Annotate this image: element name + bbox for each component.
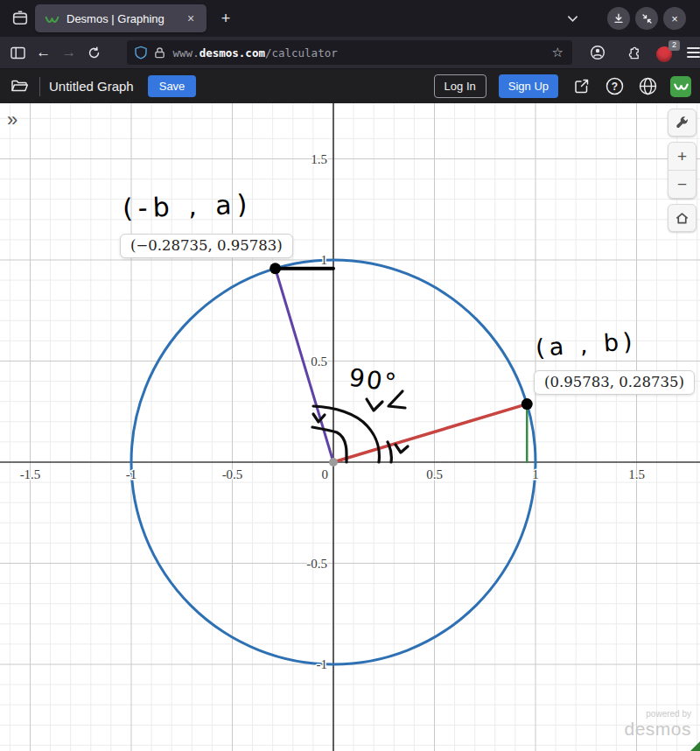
graph-point[interactable] bbox=[270, 263, 281, 274]
close-window-icon[interactable]: × bbox=[663, 7, 686, 30]
graph-settings-wrench-icon[interactable] bbox=[668, 109, 696, 137]
url-text[interactable]: www.desmos.com/calculator bbox=[173, 46, 552, 60]
help-icon[interactable]: ? bbox=[604, 76, 625, 97]
open-graph-folder-icon[interactable] bbox=[10, 79, 29, 94]
desmos-logo-icon[interactable] bbox=[670, 76, 691, 97]
adblock-extension-icon[interactable]: 2 bbox=[656, 44, 674, 61]
zoom-out-button[interactable]: − bbox=[668, 171, 696, 198]
graph-paper[interactable]: -1.5-1-0.500.511.51.510.5-0.5-1 (−0.2873… bbox=[0, 103, 700, 751]
toolbar-right: 2 bbox=[584, 40, 700, 65]
x-axis-tick-label: 0.5 bbox=[426, 467, 443, 481]
forward-button[interactable]: → bbox=[56, 40, 81, 65]
browser-window: Desmos | Graphing × + × bbox=[0, 0, 700, 751]
point-label-right: (0.95783, 0.28735) bbox=[534, 370, 695, 395]
svg-text:?: ? bbox=[611, 81, 617, 93]
extensions-puzzle-icon[interactable] bbox=[620, 40, 647, 65]
x-axis-tick-label: 1.5 bbox=[628, 467, 645, 481]
graph-tools: + − bbox=[668, 109, 696, 232]
y-axis-tick-label: 1 bbox=[321, 253, 328, 267]
graph-point[interactable] bbox=[329, 458, 338, 467]
tab-title: Desmos | Graphing bbox=[66, 12, 182, 25]
handwritten-annotation-neg-b-a: (-b , a) bbox=[122, 188, 252, 223]
x-axis-tick-label: 1 bbox=[532, 467, 539, 481]
download-icon[interactable] bbox=[607, 7, 630, 30]
tracking-protection-shield-icon[interactable] bbox=[134, 46, 148, 60]
save-button[interactable]: Save bbox=[148, 75, 197, 97]
x-axis-tick-label: 0 bbox=[322, 467, 329, 481]
compress-window-icon[interactable] bbox=[635, 7, 658, 30]
desmos-favicon-icon bbox=[45, 11, 60, 26]
corner-resize-marker bbox=[690, 741, 700, 751]
divider bbox=[39, 77, 40, 96]
sidebar-toggle-icon[interactable] bbox=[5, 40, 31, 65]
zoom-in-button[interactable]: + bbox=[668, 143, 696, 170]
desmos-header: Untitled Graph Save Log In Sign Up ? bbox=[0, 69, 700, 103]
graph-point[interactable] bbox=[522, 398, 533, 410]
navigation-toolbar: ← → www.desmos.com/calculator ☆ bbox=[0, 37, 700, 69]
handwritten-annotation-90deg: 90° bbox=[347, 363, 399, 398]
share-icon[interactable] bbox=[570, 76, 592, 97]
language-globe-icon[interactable] bbox=[637, 76, 658, 97]
x-axis-tick-label: -1 bbox=[126, 467, 137, 481]
reload-icon[interactable] bbox=[81, 40, 107, 65]
watermark-brand: desmos bbox=[624, 719, 691, 739]
url-www: www. bbox=[173, 46, 200, 60]
x-axis-tick-label: -0.5 bbox=[222, 467, 243, 481]
url-bar[interactable]: www.desmos.com/calculator ☆ bbox=[127, 40, 572, 65]
browser-tab[interactable]: Desmos | Graphing × bbox=[35, 4, 206, 32]
login-button[interactable]: Log In bbox=[434, 74, 486, 98]
home-button[interactable] bbox=[668, 204, 696, 232]
zoom-controls: + − bbox=[668, 142, 696, 199]
x-axis-tick-label: -1.5 bbox=[20, 467, 41, 481]
tab-close-icon[interactable]: × bbox=[182, 10, 200, 27]
window-controls: × bbox=[607, 7, 686, 30]
list-all-tabs-chevron-icon[interactable] bbox=[560, 6, 584, 31]
url-domain: desmos.com bbox=[200, 46, 265, 60]
account-icon[interactable] bbox=[584, 40, 611, 65]
extension-badge: 2 bbox=[668, 40, 680, 51]
point-label-left: (−0.28735, 0.95783) bbox=[120, 234, 293, 258]
new-tab-button[interactable]: + bbox=[214, 6, 238, 31]
desmos-header-right: Log In Sign Up ? bbox=[434, 74, 691, 98]
y-axis-tick-label: -0.5 bbox=[306, 557, 327, 571]
tab-strip: Desmos | Graphing × + × bbox=[0, 0, 700, 37]
url-path: /calculator bbox=[265, 46, 338, 60]
expand-expressions-button[interactable]: » bbox=[7, 109, 15, 131]
y-axis-tick-label: -1 bbox=[317, 657, 328, 671]
y-axis-tick-label: 0.5 bbox=[311, 354, 327, 368]
bookmark-star-icon[interactable]: ☆ bbox=[552, 45, 564, 60]
powered-by-desmos-watermark: powered by desmos bbox=[624, 710, 691, 739]
back-button[interactable]: ← bbox=[31, 40, 56, 65]
y-axis-tick-label: 1.5 bbox=[311, 152, 327, 166]
graph-plot[interactable]: -1.5-1-0.500.511.51.510.5-0.5-1 bbox=[0, 103, 700, 751]
signup-button[interactable]: Sign Up bbox=[499, 74, 558, 98]
graph-title[interactable]: Untitled Graph bbox=[49, 79, 134, 94]
firefox-view-icon[interactable] bbox=[7, 5, 33, 32]
menu-hamburger-icon[interactable] bbox=[687, 47, 700, 58]
lock-icon bbox=[153, 46, 166, 60]
